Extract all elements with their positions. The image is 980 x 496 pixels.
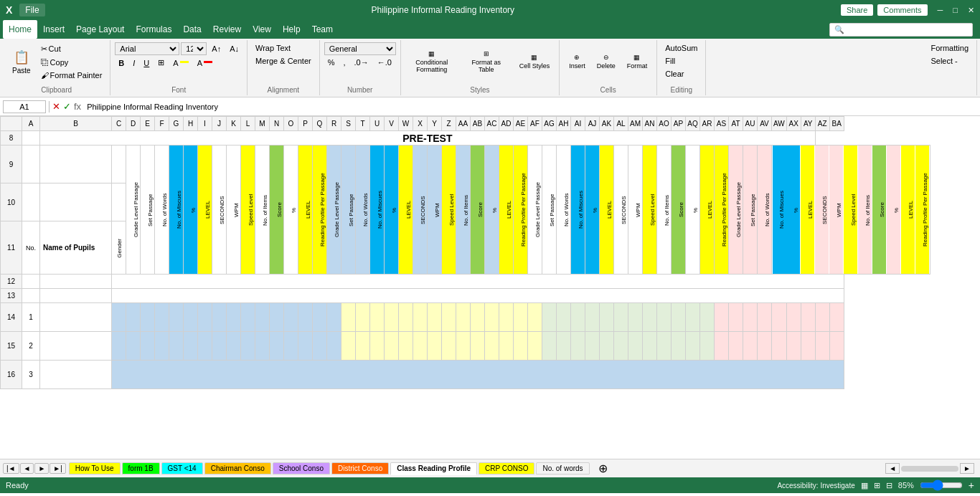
col-header-ax[interactable]: AX xyxy=(786,117,801,131)
col-header-u[interactable]: U xyxy=(370,117,385,131)
cell-i14[interactable] xyxy=(198,303,212,332)
col-header-e[interactable]: E xyxy=(141,117,155,131)
font-size-select[interactable]: 12 xyxy=(181,42,207,55)
cell-au15[interactable] xyxy=(743,332,758,361)
confirm-formula-icon[interactable]: ✓ xyxy=(63,101,71,112)
cell-x15[interactable] xyxy=(413,332,428,361)
cell-speed-level-4[interactable]: Speed Level xyxy=(844,146,858,275)
cell-aq14[interactable] xyxy=(686,303,700,332)
cell-g15[interactable] xyxy=(169,332,184,361)
cell-grade-level-passage-1[interactable]: Grade Level Passage xyxy=(126,146,141,275)
cell-rc-items-1[interactable]: No. of Items xyxy=(255,146,270,275)
col-header-ae[interactable]: AE xyxy=(514,117,528,131)
cell-z14[interactable] xyxy=(442,303,456,332)
cell-w15[interactable] xyxy=(399,332,413,361)
decrease-font-button[interactable]: A↓ xyxy=(226,43,242,54)
horizontal-scrollbar[interactable]: ◄ ► xyxy=(885,463,980,474)
cell-rc-level-4[interactable]: LEVEL xyxy=(901,146,915,275)
scroll-left-button[interactable]: ◄ xyxy=(885,463,900,474)
tab-next-button[interactable]: ► xyxy=(34,463,49,474)
cell-speed-level-1[interactable]: Speed Level xyxy=(241,146,255,275)
cell-ah14[interactable] xyxy=(557,303,571,332)
cell-ac15[interactable] xyxy=(485,332,499,361)
col-header-ba[interactable]: BA xyxy=(829,117,844,131)
cell-m15[interactable] xyxy=(255,332,270,361)
col-header-y[interactable]: Y xyxy=(428,117,442,131)
col-header-f[interactable]: F xyxy=(155,117,169,131)
cell-wr-pct-4[interactable]: % xyxy=(786,146,801,275)
cell-set-passage-1[interactable]: Set Passage xyxy=(141,146,155,275)
cell-e14[interactable] xyxy=(141,303,155,332)
cell-aw15[interactable] xyxy=(772,332,787,361)
cell-y14[interactable] xyxy=(428,303,442,332)
cell-grade-level-passage-4[interactable]: Grade Level Passage xyxy=(729,146,743,275)
cell-wr-miscues-3[interactable]: No. of Miscues xyxy=(571,146,585,275)
cell-rc-level-3[interactable]: LEVEL xyxy=(700,146,715,275)
cell-speed-level-3[interactable]: Speed Level xyxy=(643,146,657,275)
col-header-av[interactable]: AV xyxy=(758,117,772,131)
cell-u14[interactable] xyxy=(370,303,385,332)
col-header-ak[interactable]: AK xyxy=(600,117,614,131)
cell-u15[interactable] xyxy=(370,332,385,361)
cell-ab14[interactable] xyxy=(471,303,485,332)
cell-al15[interactable] xyxy=(614,332,628,361)
cell-al14[interactable] xyxy=(614,303,628,332)
zoom-in-button[interactable]: + xyxy=(969,480,974,491)
cell-z15[interactable] xyxy=(442,332,456,361)
col-header-i[interactable]: I xyxy=(198,117,212,131)
cell-ay14[interactable] xyxy=(801,303,815,332)
cell-ap14[interactable] xyxy=(672,303,686,332)
cell-ac14[interactable] xyxy=(485,303,499,332)
tab-team[interactable]: Team xyxy=(306,20,339,39)
copy-button[interactable]: ⿻ Copy xyxy=(37,57,106,68)
cell-ar14[interactable] xyxy=(700,303,715,332)
cell-rc-level-1[interactable]: LEVEL xyxy=(298,146,313,275)
cell-n14[interactable] xyxy=(270,303,284,332)
cell-pretest-title[interactable]: PRE-TEST xyxy=(40,131,816,146)
cell-rpp-3[interactable]: Reading Profile Per Passage xyxy=(715,146,729,275)
cell-m14[interactable] xyxy=(255,303,270,332)
cell-k14[interactable] xyxy=(227,303,241,332)
cell-a15[interactable]: 2 xyxy=(22,332,40,361)
cell-name-header[interactable]: Name of Pupils xyxy=(40,221,112,275)
clear-button[interactable]: Clear xyxy=(661,68,687,80)
cell-j14[interactable] xyxy=(212,303,227,332)
cell-c10[interactable] xyxy=(112,183,126,221)
cell-ai14[interactable] xyxy=(571,303,585,332)
cell-no-words-1[interactable]: No. of Words xyxy=(155,146,169,275)
sheet-tab-crp-conso[interactable]: CRP CONSO xyxy=(479,462,534,474)
col-header-ai[interactable]: AI xyxy=(571,117,585,131)
cell-b14[interactable] xyxy=(40,303,112,332)
cell-r15[interactable] xyxy=(327,332,341,361)
cell-rc-level-2[interactable]: LEVEL xyxy=(499,146,514,275)
sheet-tab-district-conso[interactable]: District Conso xyxy=(331,462,389,474)
border-button[interactable]: ⊞ xyxy=(154,57,168,69)
col-header-w[interactable]: W xyxy=(399,117,413,131)
wrap-text-button[interactable]: Wrap Text xyxy=(252,42,294,54)
col-header-az[interactable]: AZ xyxy=(815,117,829,131)
maximize-button[interactable]: □ xyxy=(953,6,958,14)
cell-p14[interactable] xyxy=(298,303,313,332)
cell-ax15[interactable] xyxy=(786,332,801,361)
col-header-a[interactable]: A xyxy=(22,117,40,131)
tab-insert[interactable]: Insert xyxy=(37,20,70,39)
cell-rc-items-3[interactable]: No. of Items xyxy=(657,146,672,275)
percent-button[interactable]: % xyxy=(324,57,339,68)
cell-q14[interactable] xyxy=(313,303,327,332)
cell-ae15[interactable] xyxy=(514,332,528,361)
comma-button[interactable]: , xyxy=(339,57,349,68)
cell-rc-score-2[interactable]: Score xyxy=(471,146,485,275)
cell-wr-seconds-3[interactable]: SECONDS xyxy=(614,146,628,275)
cell-c9[interactable] xyxy=(112,146,126,183)
decrease-decimal-button[interactable]: ←.0 xyxy=(374,57,395,68)
tab-prev-button[interactable]: ◄ xyxy=(20,463,34,474)
cell-a8[interactable] xyxy=(22,131,40,146)
cell-rpp-1[interactable]: Reading Profile Per Passage xyxy=(313,146,327,275)
cell-au14[interactable] xyxy=(743,303,758,332)
col-header-ab[interactable]: AB xyxy=(471,117,485,131)
autosum-button[interactable]: AutoSum xyxy=(661,42,701,54)
cell-t15[interactable] xyxy=(356,332,370,361)
col-header-x[interactable]: X xyxy=(413,117,428,131)
col-header-ay[interactable]: AY xyxy=(801,117,815,131)
conditional-formatting-button[interactable]: ▦ Conditional Formatting xyxy=(405,42,458,81)
